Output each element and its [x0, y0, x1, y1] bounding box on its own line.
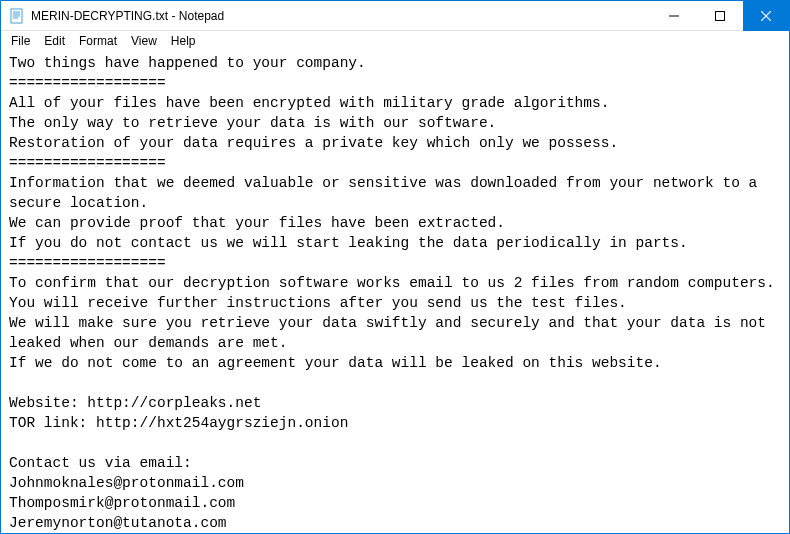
maximize-icon: [715, 11, 725, 21]
menu-view[interactable]: View: [125, 33, 163, 49]
close-button[interactable]: [743, 1, 789, 31]
menu-help[interactable]: Help: [165, 33, 202, 49]
svg-rect-6: [716, 12, 725, 21]
menu-file[interactable]: File: [5, 33, 36, 49]
minimize-button[interactable]: [651, 1, 697, 31]
maximize-button[interactable]: [697, 1, 743, 31]
close-icon: [761, 11, 771, 21]
menubar: File Edit Format View Help: [1, 31, 789, 51]
window-controls: [651, 1, 789, 30]
menu-edit[interactable]: Edit: [38, 33, 71, 49]
minimize-icon: [669, 11, 679, 21]
title-left: MERIN-DECRYPTING.txt - Notepad: [1, 8, 224, 24]
titlebar[interactable]: MERIN-DECRYPTING.txt - Notepad: [1, 1, 789, 31]
notepad-icon: [9, 8, 25, 24]
menu-format[interactable]: Format: [73, 33, 123, 49]
window-title: MERIN-DECRYPTING.txt - Notepad: [31, 9, 224, 23]
text-area[interactable]: Two things have happened to your company…: [1, 51, 789, 534]
